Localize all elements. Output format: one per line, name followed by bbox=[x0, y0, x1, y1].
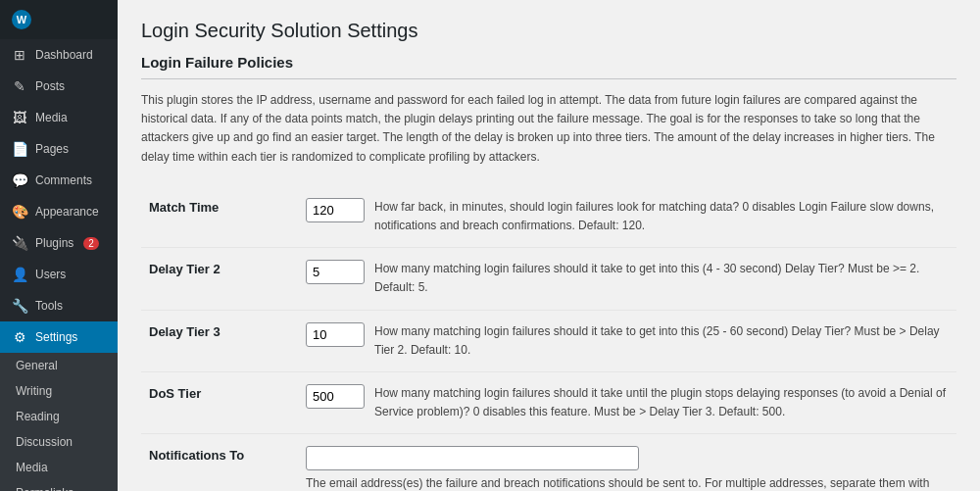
delay-tier-3-help: How many matching login failures should … bbox=[374, 322, 949, 360]
sidebar-item-users[interactable]: 👤 Users bbox=[0, 259, 118, 290]
sidebar-item-label: Plugins bbox=[35, 236, 74, 250]
settings-table: Match Time How far back, in minutes, sho… bbox=[141, 186, 956, 491]
sidebar-item-general[interactable]: General bbox=[0, 353, 118, 378]
sidebar-item-label: Comments bbox=[35, 173, 92, 187]
sidebar-item-posts[interactable]: ✎ Posts bbox=[0, 71, 118, 102]
main-content: Login Security Solution Settings Login F… bbox=[118, 0, 980, 491]
field-value-match-time: How far back, in minutes, should login f… bbox=[298, 186, 956, 248]
appearance-icon: 🎨 bbox=[12, 204, 27, 220]
sidebar-item-label: Users bbox=[35, 268, 66, 281]
table-row-delay-tier-2: Delay Tier 2 How many matching login fai… bbox=[141, 248, 956, 310]
posts-icon: ✎ bbox=[12, 78, 27, 94]
sidebar: W ⊞ Dashboard ✎ Posts 🖼 Media 📄 Pages 💬 … bbox=[0, 0, 118, 491]
sidebar-item-reading[interactable]: Reading bbox=[0, 404, 118, 429]
sidebar-item-dashboard[interactable]: ⊞ Dashboard bbox=[0, 39, 118, 71]
sidebar-item-label: Settings bbox=[35, 330, 77, 344]
field-row: How far back, in minutes, should login f… bbox=[306, 198, 949, 235]
field-row: How many matching login failures should … bbox=[306, 384, 949, 421]
field-value-delay-tier-2: How many matching login failures should … bbox=[298, 248, 956, 310]
dos-tier-input[interactable] bbox=[306, 384, 365, 409]
sidebar-item-label: Dashboard bbox=[35, 48, 93, 62]
delay-tier-2-input[interactable] bbox=[306, 260, 365, 284]
field-row: How many matching login failures should … bbox=[306, 260, 949, 297]
sidebar-item-permalinks[interactable]: Permalinks bbox=[0, 480, 118, 491]
sidebar-item-plugins[interactable]: 🔌 Plugins 2 bbox=[0, 227, 118, 259]
plugins-icon: 🔌 bbox=[12, 235, 27, 251]
field-label-match-time: Match Time bbox=[141, 186, 298, 248]
match-time-help: How far back, in minutes, should login f… bbox=[374, 198, 949, 235]
sidebar-item-media-sub[interactable]: Media bbox=[0, 455, 118, 480]
sidebar-sub-label: Reading bbox=[16, 410, 60, 423]
table-row-notifications-to: Notifications To The email address(es) t… bbox=[141, 434, 956, 491]
delay-tier-2-help: How many matching login failures should … bbox=[374, 260, 949, 297]
pages-icon: 📄 bbox=[12, 141, 27, 157]
sidebar-item-tools[interactable]: 🔧 Tools bbox=[0, 290, 118, 321]
notifications-to-help: The email address(es) the failure and br… bbox=[306, 474, 949, 491]
section-title: Login Failure Policies bbox=[141, 54, 956, 79]
settings-icon: ⚙ bbox=[12, 329, 27, 345]
field-row: How many matching login failures should … bbox=[306, 322, 949, 360]
sidebar-sub-label: Discussion bbox=[16, 435, 73, 449]
table-row-delay-tier-3: Delay Tier 3 How many matching login fai… bbox=[141, 310, 956, 371]
field-label-dos-tier: DoS Tier bbox=[141, 371, 298, 433]
sidebar-sub-label: Writing bbox=[16, 384, 52, 398]
media-icon: 🖼 bbox=[12, 110, 27, 125]
settings-sub-menu: General Writing Reading Discussion Media… bbox=[0, 353, 118, 491]
notifications-to-input[interactable] bbox=[306, 446, 639, 470]
sidebar-item-discussion[interactable]: Discussion bbox=[0, 429, 118, 455]
sidebar-sub-label: General bbox=[16, 359, 58, 372]
page-title: Login Security Solution Settings bbox=[141, 20, 956, 42]
sidebar-sub-label: Permalinks bbox=[16, 486, 74, 491]
sidebar-item-appearance[interactable]: 🎨 Appearance bbox=[0, 196, 118, 227]
wp-logo-icon: W bbox=[12, 10, 31, 29]
field-label-notifications-to: Notifications To bbox=[141, 434, 298, 491]
sidebar-item-pages[interactable]: 📄 Pages bbox=[0, 133, 118, 165]
plugins-badge: 2 bbox=[83, 237, 99, 250]
field-value-delay-tier-3: How many matching login failures should … bbox=[298, 310, 956, 371]
field-value-notifications-to: The email address(es) the failure and br… bbox=[298, 434, 956, 491]
sidebar-item-label: Tools bbox=[35, 299, 63, 313]
users-icon: 👤 bbox=[12, 267, 27, 282]
field-label-delay-tier-3: Delay Tier 3 bbox=[141, 310, 298, 371]
sidebar-item-label: Media bbox=[35, 111, 68, 124]
sidebar-item-writing[interactable]: Writing bbox=[0, 378, 118, 404]
sidebar-item-label: Appearance bbox=[35, 205, 99, 219]
tools-icon: 🔧 bbox=[12, 298, 27, 314]
delay-tier-3-input[interactable] bbox=[306, 322, 365, 347]
notifications-field: The email address(es) the failure and br… bbox=[306, 446, 949, 491]
dos-tier-help: How many matching login failures should … bbox=[374, 384, 949, 421]
description-text: This plugin stores the IP address, usern… bbox=[141, 91, 956, 167]
sidebar-item-label: Posts bbox=[35, 79, 65, 93]
field-value-dos-tier: How many matching login failures should … bbox=[298, 371, 956, 433]
sidebar-item-settings[interactable]: ⚙ Settings bbox=[0, 321, 118, 353]
table-row-match-time: Match Time How far back, in minutes, sho… bbox=[141, 186, 956, 248]
sidebar-item-comments[interactable]: 💬 Comments bbox=[0, 165, 118, 196]
wp-logo-area: W bbox=[0, 0, 118, 39]
sidebar-sub-label: Media bbox=[16, 461, 48, 474]
sidebar-item-label: Pages bbox=[35, 142, 69, 156]
sidebar-item-media[interactable]: 🖼 Media bbox=[0, 102, 118, 133]
dashboard-icon: ⊞ bbox=[12, 47, 27, 63]
match-time-input[interactable] bbox=[306, 198, 365, 222]
comments-icon: 💬 bbox=[12, 172, 27, 188]
table-row-dos-tier: DoS Tier How many matching login failure… bbox=[141, 371, 956, 433]
field-label-delay-tier-2: Delay Tier 2 bbox=[141, 248, 298, 310]
